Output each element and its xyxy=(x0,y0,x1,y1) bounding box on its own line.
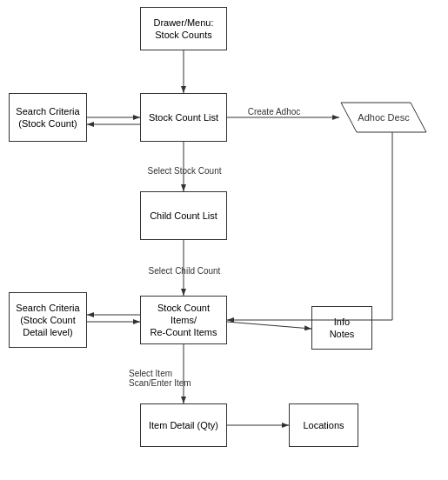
info-notes-box: InfoNotes xyxy=(311,306,372,350)
select-child-count-label: Select Child Count xyxy=(132,266,237,276)
locations-box: Locations xyxy=(289,403,358,447)
svg-line-16 xyxy=(227,322,311,329)
stock-count-items-box: Stock Count Items/Re-Count Items xyxy=(140,296,227,344)
select-stock-count-label: Select Stock Count xyxy=(132,166,237,176)
search-criteria-detail-label: Search Criteria(Stock CountDetail level) xyxy=(16,302,79,339)
diagram: Drawer/Menu:Stock Counts Stock Count Lis… xyxy=(0,0,448,480)
svg-marker-12 xyxy=(341,103,426,132)
child-count-list-box: Child Count List xyxy=(140,191,227,240)
select-item-label: Select ItemScan/Enter Item xyxy=(129,369,233,388)
search-criteria-stock-label: Search Criteria(Stock Count) xyxy=(16,105,79,130)
drawer-menu-label: Drawer/Menu:Stock Counts xyxy=(153,17,213,42)
locations-label: Locations xyxy=(303,419,344,431)
info-notes-label: InfoNotes xyxy=(330,316,355,341)
create-adhoc-label: Create Adhoc xyxy=(239,107,309,117)
stock-count-list-label: Stock Count List xyxy=(149,111,218,123)
search-criteria-stock-box: Search Criteria(Stock Count) xyxy=(9,93,87,142)
svg-text:Adhoc Desc: Adhoc Desc xyxy=(358,112,410,123)
stock-count-list-box: Stock Count List xyxy=(140,93,227,142)
stock-count-items-label: Stock Count Items/Re-Count Items xyxy=(144,302,223,339)
item-detail-label: Item Detail (Qty) xyxy=(149,419,218,431)
search-criteria-detail-box: Search Criteria(Stock CountDetail level) xyxy=(9,292,87,348)
drawer-menu-box: Drawer/Menu:Stock Counts xyxy=(140,7,227,50)
child-count-list-label: Child Count List xyxy=(150,210,217,222)
item-detail-box: Item Detail (Qty) xyxy=(140,403,227,447)
